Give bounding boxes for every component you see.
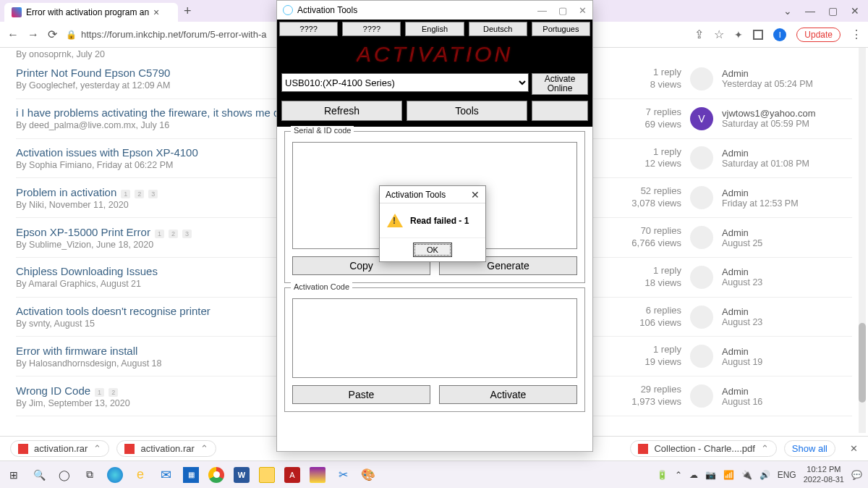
page-badge[interactable]: 1: [121, 190, 130, 198]
activation-code-legend: Activation Code: [291, 282, 352, 291]
app-maximize-icon[interactable]: ▢: [558, 5, 567, 16]
meet-now-icon[interactable]: 📷: [705, 470, 716, 480]
winrar-icon[interactable]: [310, 467, 326, 483]
lang-button-2[interactable]: ????: [342, 22, 401, 36]
browser-tab[interactable]: Error with activation program an ×: [4, 3, 178, 22]
app-minimize-icon[interactable]: ―: [537, 5, 547, 16]
search-icon[interactable]: 🔍: [31, 467, 47, 483]
edge-icon[interactable]: [107, 467, 123, 483]
taskview-icon[interactable]: ⧉: [82, 467, 98, 483]
clock-time: 10:12 PM: [804, 465, 844, 474]
thread-stats: 1 reply12 views: [609, 146, 681, 171]
wifi-icon[interactable]: 📶: [723, 470, 734, 480]
avatar[interactable]: [690, 67, 713, 91]
close-shelf-icon[interactable]: ✕: [850, 443, 858, 454]
start-button[interactable]: ⊞: [6, 467, 22, 483]
lang-button-portugues[interactable]: Portugues: [532, 22, 590, 36]
notifications-icon[interactable]: 💬: [851, 470, 862, 480]
acrobat-icon[interactable]: A: [284, 467, 300, 483]
device-select[interactable]: USB010:(XP-4100 Series): [281, 73, 529, 92]
maximize-icon[interactable]: ▢: [828, 5, 838, 17]
avatar[interactable]: V: [690, 107, 713, 130]
chevron-up-icon[interactable]: ⌃: [93, 443, 101, 454]
battery-icon[interactable]: 🔋: [657, 470, 668, 480]
thread-stats: 1 reply8 views: [609, 67, 681, 91]
activation-code-textbox[interactable]: [292, 298, 577, 378]
app-close-icon[interactable]: ✕: [579, 5, 587, 16]
reload-button[interactable]: ⟳: [48, 28, 57, 41]
share-icon[interactable]: ⇪: [694, 28, 704, 41]
onedrive-icon[interactable]: ☁: [689, 470, 698, 480]
update-button[interactable]: Update: [796, 28, 841, 42]
power-icon[interactable]: 🔌: [741, 470, 752, 480]
avatar[interactable]: [690, 226, 713, 249]
page-badge[interactable]: 3: [148, 190, 158, 198]
page-badge[interactable]: 1: [155, 230, 164, 238]
app-titlebar[interactable]: Activation Tools ― ▢ ✕: [277, 1, 592, 20]
snip-icon[interactable]: ✂: [335, 467, 351, 483]
paint-icon[interactable]: 🎨: [360, 467, 376, 483]
extensions-icon[interactable]: ✦: [734, 29, 743, 41]
tray-chevron-icon[interactable]: ⌃: [675, 470, 682, 480]
avatar[interactable]: [690, 146, 713, 169]
forward-button[interactable]: →: [27, 28, 39, 41]
cortana-icon[interactable]: ◯: [56, 467, 72, 483]
favicon-icon: [12, 7, 22, 17]
tools-button[interactable]: Tools: [407, 101, 527, 121]
download-item[interactable]: Collection - Charle....pdf ⌃: [630, 440, 776, 457]
page-badge[interactable]: 3: [182, 230, 192, 238]
back-button[interactable]: ←: [7, 28, 19, 41]
thread-stats: 6 replies106 views: [609, 305, 681, 329]
calculator-icon[interactable]: ▦: [183, 467, 199, 483]
device-row: USB010:(XP-4100 Series) Activate Online: [277, 70, 592, 98]
menu-icon[interactable]: ⋮: [851, 28, 861, 41]
avatar[interactable]: [690, 306, 713, 329]
thread-lastpost: vjwtows1@yahoo.comSaturday at 05:59 PM: [722, 108, 816, 129]
clock[interactable]: 10:12 PM 2022-08-31: [804, 465, 844, 484]
chevron-up-icon[interactable]: ⌃: [200, 443, 208, 454]
refresh-button[interactable]: Refresh: [281, 101, 402, 121]
app-icon: [283, 5, 293, 15]
page-badge[interactable]: 2: [109, 388, 118, 397]
show-all-button[interactable]: Show all: [784, 440, 835, 457]
page-badge[interactable]: 2: [135, 190, 144, 198]
tab-close-icon[interactable]: ×: [153, 7, 159, 18]
page-badge[interactable]: 2: [169, 230, 178, 238]
word-icon[interactable]: W: [234, 467, 250, 483]
profile-avatar[interactable]: I: [773, 28, 786, 41]
chevron-up-icon[interactable]: ⌃: [761, 443, 769, 454]
dialog-close-icon[interactable]: ✕: [471, 189, 480, 201]
activate-button[interactable]: Activate: [439, 385, 577, 404]
activate-online-button[interactable]: Activate Online: [532, 73, 588, 95]
avatar[interactable]: [690, 384, 713, 408]
language-indicator[interactable]: ENG: [778, 470, 796, 480]
lang-button-1[interactable]: ????: [279, 22, 338, 36]
close-icon[interactable]: ✕: [851, 5, 859, 17]
page-badge[interactable]: 1: [95, 388, 104, 397]
page-scrollbar[interactable]: [859, 48, 866, 433]
download-item[interactable]: activation.rar ⌃: [116, 440, 216, 457]
sidepanel-icon[interactable]: [753, 30, 763, 40]
ok-button[interactable]: OK: [413, 243, 452, 257]
chevron-down-icon[interactable]: ⌄: [783, 5, 792, 17]
blank-button[interactable]: [532, 101, 588, 121]
bookmark-icon[interactable]: ☆: [714, 28, 724, 41]
avatar[interactable]: [690, 186, 713, 209]
new-tab-button[interactable]: +: [184, 4, 192, 19]
dialog-titlebar[interactable]: Activation Tools ✕: [380, 186, 485, 203]
chrome-icon[interactable]: [208, 467, 224, 483]
volume-icon[interactable]: 🔊: [760, 470, 770, 480]
mail-icon[interactable]: ✉: [158, 467, 174, 483]
ie-icon[interactable]: e: [132, 467, 148, 483]
minimize-icon[interactable]: ―: [805, 5, 815, 17]
paste-button[interactable]: Paste: [292, 385, 430, 404]
avatar[interactable]: [690, 345, 713, 368]
scroll-thumb[interactable]: [859, 323, 866, 403]
file-explorer-icon[interactable]: [259, 467, 275, 483]
lang-button-english[interactable]: English: [405, 22, 464, 36]
avatar[interactable]: [690, 266, 713, 289]
windows-taskbar: ⊞ 🔍 ◯ ⧉ e ✉ ▦ W A ✂ 🎨 🔋 ⌃ ☁ 📷 📶 🔌 🔊 ENG …: [0, 460, 868, 488]
download-item[interactable]: activation.rar ⌃: [10, 440, 109, 457]
window-controls: ⌄ ― ▢ ✕: [783, 5, 864, 17]
lang-button-deutsch[interactable]: Deutsch: [469, 22, 527, 36]
